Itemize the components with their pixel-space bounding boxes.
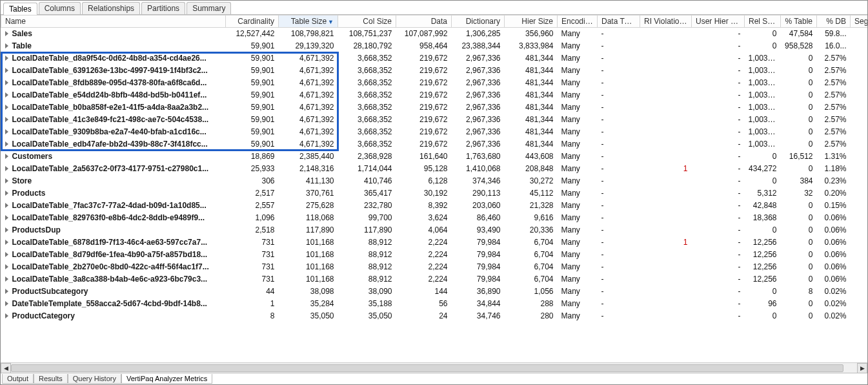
table-row[interactable]: LocalDateTable_6878d1f9-7f13-46c4-ae63-5… xyxy=(1,236,868,249)
col-header-card[interactable]: Cardinality xyxy=(226,16,279,28)
col-header-name[interactable]: Name xyxy=(1,16,226,28)
cell-uhs: - xyxy=(738,164,741,173)
expand-row-icon[interactable] xyxy=(5,191,8,196)
expand-row-icon[interactable] xyxy=(5,92,8,98)
row-name-label: ProductSubcategory xyxy=(12,287,88,296)
col-header-ptab[interactable]: % Table xyxy=(781,16,817,28)
table-row[interactable]: LocalDateTable_6391263e-13bc-4997-9419-1… xyxy=(1,65,868,77)
col-header-tsize[interactable]: Table Size▼ xyxy=(279,16,338,28)
expand-row-icon[interactable] xyxy=(5,264,8,269)
cell-card: 59,901 xyxy=(251,90,275,99)
expand-row-icon[interactable] xyxy=(5,289,8,294)
cell-tsize: 35,050 xyxy=(310,311,334,320)
table-row[interactable]: LocalDateTable_8d79df6e-1fea-4b90-a75f-a… xyxy=(1,249,868,261)
top-tab-partitions[interactable]: Partitions xyxy=(141,2,185,14)
cell-dt: - xyxy=(601,115,604,124)
table-row[interactable]: Store306411,130410,7466,128374,34630,272… xyxy=(1,175,868,187)
expand-row-icon[interactable] xyxy=(5,68,8,73)
col-header-seg[interactable]: Segmen xyxy=(851,16,868,28)
col-header-uhs[interactable]: User Hier Size xyxy=(692,16,745,28)
col-header-dt[interactable]: Data Type xyxy=(598,16,640,28)
expand-row-icon[interactable] xyxy=(5,301,8,306)
expand-row-icon[interactable] xyxy=(5,313,8,318)
cell-hier: 208,848 xyxy=(525,164,553,173)
expand-row-icon[interactable] xyxy=(5,215,8,220)
col-header-csize[interactable]: Col Size xyxy=(338,16,396,28)
bottom-tab-output[interactable]: Output xyxy=(2,374,34,384)
expand-row-icon[interactable] xyxy=(5,203,8,208)
table-row[interactable]: DateTableTemplate_558acca2-5d67-4cbd-9bd… xyxy=(1,298,868,310)
expand-row-icon[interactable] xyxy=(5,43,8,48)
scroll-thumb[interactable] xyxy=(11,364,843,372)
bottom-tab-results[interactable]: Results xyxy=(34,374,68,384)
table-row[interactable]: ProductCategory835,05035,0502434,746280M… xyxy=(1,310,868,322)
table-row[interactable]: LocalDateTable_829763f0-e8b6-4dc2-8ddb-e… xyxy=(1,212,868,224)
col-header-rel[interactable]: Rel Size xyxy=(745,16,781,28)
col-header-data[interactable]: Data xyxy=(396,16,452,28)
expand-row-icon[interactable] xyxy=(5,117,8,122)
row-name-label: LocalDateTable_9309b8ba-e2a7-4e40-bfab-a… xyxy=(12,127,207,136)
cell-ptab: 47,584 xyxy=(789,29,813,38)
table-row[interactable]: LocalDateTable_3a8ca388-b4ab-4e6c-a923-6… xyxy=(1,273,868,286)
cell-rel: 1,003,040 xyxy=(749,66,781,75)
table-row[interactable]: Sales12,527,442108,798,821108,751,237107… xyxy=(1,28,868,40)
col-header-pdb[interactable]: % DB xyxy=(817,16,851,28)
top-tab-tables[interactable]: Tables xyxy=(3,3,37,15)
expand-row-icon[interactable] xyxy=(5,80,8,85)
col-header-enc[interactable]: Encoding xyxy=(558,16,598,28)
cell-data: 56 xyxy=(439,299,447,308)
expand-row-icon[interactable] xyxy=(5,105,8,110)
expand-row-icon[interactable] xyxy=(5,166,8,171)
top-tab-columns[interactable]: Columns xyxy=(39,2,81,14)
bottom-tab-query-history[interactable]: Query History xyxy=(68,374,121,384)
scroll-left-button[interactable]: ◀ xyxy=(1,363,11,373)
table-row[interactable]: ProductSubcategory4438,09838,09014436,89… xyxy=(1,286,868,298)
grid-scroll-viewport[interactable]: NameCardinalityTable Size▼Col SizeDataDi… xyxy=(1,15,867,362)
expand-row-icon[interactable] xyxy=(5,31,8,36)
cell-data: 2,224 xyxy=(428,250,447,259)
cell-card: 59,901 xyxy=(251,127,275,136)
col-header-dict[interactable]: Dictionary xyxy=(452,16,505,28)
expand-row-icon[interactable] xyxy=(5,227,8,233)
table-row[interactable]: LocalDateTable_b0ba858f-e2e1-41f5-a4da-8… xyxy=(1,101,868,114)
expand-row-icon[interactable] xyxy=(5,141,8,147)
cell-rel: 1,003,040 xyxy=(749,54,781,63)
expand-row-icon[interactable] xyxy=(5,252,8,257)
horizontal-scrollbar[interactable]: ◀ ▶ xyxy=(1,362,867,373)
scroll-right-button[interactable]: ▶ xyxy=(857,363,867,373)
table-row[interactable]: LocalDateTable_8fdb889e-095d-4378-80fa-a… xyxy=(1,77,868,89)
cell-dt: - xyxy=(601,262,604,271)
expand-row-icon[interactable] xyxy=(5,129,8,134)
expand-row-icon[interactable] xyxy=(5,178,8,183)
table-row[interactable]: Products2,517370,761365,41730,192290,113… xyxy=(1,187,868,200)
table-row[interactable]: Table59,90129,139,32028,180,792958,46423… xyxy=(1,40,868,52)
cell-dict: 2,967,336 xyxy=(466,66,500,75)
table-row[interactable]: LocalDateTable_d8a9f54c-0d62-4b8d-a354-c… xyxy=(1,52,868,65)
expand-row-icon[interactable] xyxy=(5,56,8,61)
cell-hier: 481,344 xyxy=(525,127,553,136)
col-header-hier[interactable]: Hier Size xyxy=(505,16,558,28)
cell-card: 59,901 xyxy=(251,41,275,50)
cell-ptab: 0 xyxy=(809,103,813,112)
col-header-ri[interactable]: RI Violations xyxy=(640,16,692,28)
expand-row-icon[interactable] xyxy=(5,154,8,159)
top-tab-summary[interactable]: Summary xyxy=(187,2,231,14)
top-tab-relationships[interactable]: Relationships xyxy=(82,2,140,14)
table-row[interactable]: LocalDateTable_e54dd24b-8bfb-448d-bd5b-b… xyxy=(1,89,868,101)
table-row[interactable]: LocalDateTable_7fac37c7-77a2-4dad-b09d-1… xyxy=(1,200,868,212)
table-row[interactable]: LocalDateTable_2b270e0c-8bd0-422c-a4ff-5… xyxy=(1,261,868,273)
table-row[interactable]: LocalDateTable_41c3e849-fc21-498c-ae7c-5… xyxy=(1,114,868,126)
cell-card: 12,527,442 xyxy=(236,29,274,38)
table-row[interactable]: LocalDateTable_2a5637c2-0f73-4177-9751-c… xyxy=(1,163,868,175)
table-row[interactable]: LocalDateTable_9309b8ba-e2a7-4e40-bfab-a… xyxy=(1,126,868,138)
table-row[interactable]: ProductsDup2,518117,890117,8904,06493,49… xyxy=(1,224,868,236)
bottom-tab-vertipaq-analyzer-metrics[interactable]: VertiPaq Analyzer Metrics xyxy=(121,374,212,384)
cell-tsize: 101,168 xyxy=(306,262,334,271)
cell-data: 219,672 xyxy=(419,66,447,75)
expand-row-icon[interactable] xyxy=(5,240,8,245)
row-name-label: LocalDateTable_e54dd24b-8bfb-448d-bd5b-b… xyxy=(12,90,207,99)
table-row[interactable]: LocalDateTable_edb47afe-bb2d-439b-88c7-3… xyxy=(1,138,868,151)
expand-row-icon[interactable] xyxy=(5,276,8,282)
row-name-label: Customers xyxy=(12,152,53,161)
table-row[interactable]: Customers18,8692,385,4402,368,928161,640… xyxy=(1,151,868,163)
